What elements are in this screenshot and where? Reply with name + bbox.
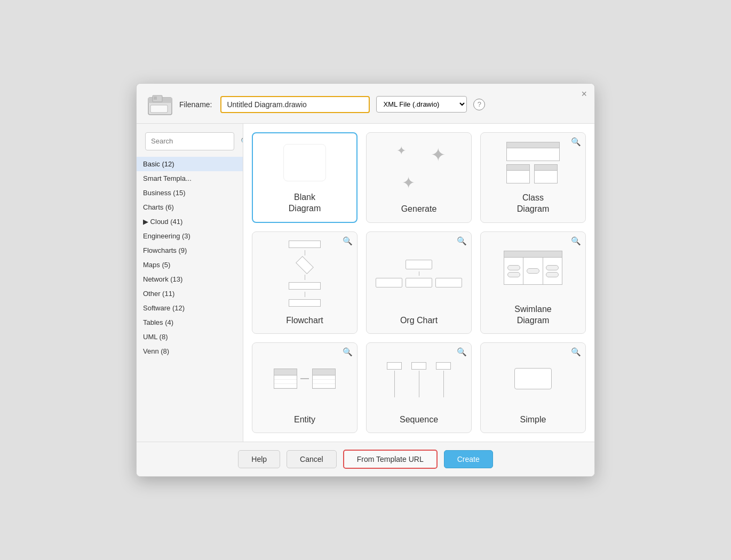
- generate-preview: ✦ ✦ ✦: [367, 133, 471, 199]
- template-swimlane[interactable]: 🔍: [480, 231, 586, 334]
- sequence-label: Sequence: [395, 414, 442, 426]
- seq-actor-2: [411, 362, 426, 397]
- seq-line-1: [394, 371, 395, 397]
- sidebar-item-venn[interactable]: Venn (8): [137, 344, 243, 358]
- sidebar-item-flowcharts[interactable]: Flowcharts (9): [137, 243, 243, 258]
- sidebar-item-network[interactable]: Network (13): [137, 272, 243, 286]
- swim-box-1a: [507, 265, 520, 270]
- template-flowchart[interactable]: 🔍 Fl: [252, 231, 357, 334]
- flowchart-preview-inner: [287, 238, 323, 309]
- new-diagram-dialog: × Filename: XML File (.drawio) PNG File …: [136, 83, 595, 477]
- fc-rect-1: [289, 241, 321, 248]
- ent-box-1: [274, 369, 297, 389]
- simple-box: [514, 368, 552, 389]
- template-grid-area: BlankDiagram ✦ ✦ ✦ Generate 🔍: [243, 124, 594, 442]
- sequence-preview-inner: [387, 360, 451, 397]
- template-grid: BlankDiagram ✦ ✦ ✦ Generate 🔍: [252, 132, 586, 434]
- fc-diamond: [296, 256, 314, 274]
- fc-rect-3: [289, 299, 321, 307]
- sidebar-item-basic[interactable]: Basic (12): [137, 157, 243, 171]
- sidebar-item-other[interactable]: Other (11): [137, 286, 243, 301]
- swim-box-3b: [546, 272, 559, 277]
- template-entity[interactable]: 🔍: [252, 342, 357, 433]
- org-box-top: [406, 260, 432, 269]
- filename-label: Filename:: [179, 100, 212, 109]
- sparkle-icon-1: ✦: [396, 144, 406, 158]
- magnify-icon-flowchart: 🔍: [343, 236, 353, 246]
- swim-body: [504, 258, 562, 284]
- sidebar-item-business[interactable]: Business (15): [137, 186, 243, 200]
- seq-actor-1: [387, 362, 402, 397]
- search-input[interactable]: [151, 137, 241, 145]
- flowchart-preview: [252, 232, 357, 311]
- fc-line-1: [305, 250, 305, 255]
- org-box-right: [435, 278, 462, 287]
- org-row: [376, 278, 462, 287]
- footer: Help Cancel From Template URL Create: [137, 442, 594, 476]
- class-preview: [481, 133, 585, 188]
- ent-box-2: [312, 369, 336, 389]
- seq-box-3: [436, 362, 451, 370]
- sidebar-item-charts[interactable]: Charts (6): [137, 200, 243, 214]
- swimlane-preview-inner: [504, 251, 562, 285]
- swim-lane-1: [504, 258, 523, 284]
- swim-box-1b: [507, 272, 520, 277]
- fc-line-2: [305, 275, 305, 280]
- close-button[interactable]: ×: [581, 89, 587, 99]
- filename-input[interactable]: [220, 96, 370, 113]
- sidebar-item-uml[interactable]: UML (8): [137, 330, 243, 344]
- orgchart-preview: [367, 232, 471, 311]
- disk-icon: [147, 93, 173, 116]
- class-box-1: [506, 142, 560, 161]
- cancel-button[interactable]: Cancel: [287, 450, 337, 468]
- ent-header-1: [274, 369, 297, 375]
- help-button[interactable]: Help: [238, 450, 280, 468]
- sparkle-container: ✦ ✦ ✦: [387, 144, 451, 192]
- magnify-icon-swimlane: 🔍: [571, 236, 581, 246]
- sidebar-item-smart-templates[interactable]: Smart Templa...: [137, 171, 243, 186]
- swim-lane-3: [543, 258, 562, 284]
- class-box-3: [534, 164, 558, 183]
- entity-label: Entity: [290, 414, 320, 426]
- blank-card-inner: [283, 144, 326, 181]
- template-sequence[interactable]: 🔍: [366, 342, 472, 433]
- org-box-left: [376, 278, 402, 287]
- template-generate[interactable]: ✦ ✦ ✦ Generate: [366, 132, 472, 223]
- magnify-icon-class: 🔍: [571, 137, 581, 147]
- help-circle-icon[interactable]: ?: [473, 99, 485, 110]
- orgchart-label: Org Chart: [396, 315, 442, 326]
- simple-label: Simple: [516, 414, 551, 426]
- sidebar-list: Basic (12) Smart Templa... Business (15)…: [137, 155, 243, 442]
- template-org-chart[interactable]: 🔍 Org Chart: [366, 231, 472, 334]
- swim-box-2a: [527, 268, 539, 274]
- magnify-icon-orgchart: 🔍: [457, 236, 467, 246]
- ent-row-1c: [274, 384, 297, 388]
- flowchart-label: Flowchart: [282, 315, 327, 326]
- from-template-url-button[interactable]: From Template URL: [343, 450, 438, 469]
- template-class-diagram[interactable]: 🔍: [480, 132, 586, 223]
- blank-preview: [253, 133, 356, 188]
- sidebar-item-software[interactable]: Software (12): [137, 301, 243, 315]
- simple-preview: [481, 343, 585, 410]
- template-blank[interactable]: BlankDiagram: [252, 132, 357, 223]
- sidebar-item-tables[interactable]: Tables (4): [137, 315, 243, 330]
- ent-row-2b: [313, 380, 335, 384]
- template-simple[interactable]: 🔍 Simple: [480, 342, 586, 433]
- seq-box-2: [411, 362, 426, 370]
- swim-box-3a: [546, 265, 559, 270]
- class-preview-inner: [506, 142, 560, 183]
- org-line-top: [419, 271, 419, 276]
- class-box-2: [506, 164, 530, 183]
- header-row: Filename: XML File (.drawio) PNG File (.…: [137, 84, 594, 123]
- filetype-select[interactable]: XML File (.drawio) PNG File (.png) SVG F…: [376, 96, 467, 113]
- sidebar-item-maps[interactable]: Maps (5): [137, 258, 243, 272]
- simple-preview-inner: [504, 360, 562, 397]
- sidebar: 🔍 Basic (12) Smart Templa... Business (1…: [137, 124, 243, 442]
- ent-row-1b: [274, 380, 297, 384]
- magnify-icon-simple: 🔍: [571, 347, 581, 357]
- create-button[interactable]: Create: [444, 450, 493, 468]
- ent-header-2: [313, 369, 335, 375]
- sidebar-item-engineering[interactable]: Engineering (3): [137, 229, 243, 243]
- magnify-icon-sequence: 🔍: [457, 347, 467, 357]
- sidebar-item-cloud[interactable]: ▶ Cloud (41): [137, 214, 243, 229]
